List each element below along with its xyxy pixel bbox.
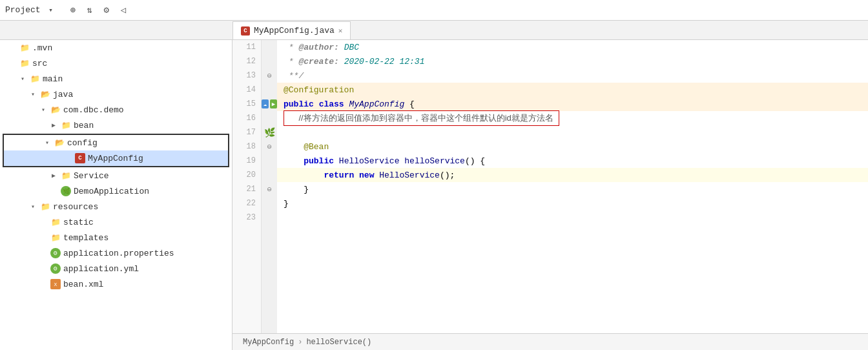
tab-label: MyAppConfig.java <box>254 26 335 36</box>
code-line-21: } <box>277 182 868 196</box>
code-line-14: @Configuration <box>277 83 868 97</box>
gutter-18[interactable]: ⊖ <box>262 139 277 154</box>
sidebar-item-main[interactable]: ▾ 📁 main <box>0 71 232 87</box>
sidebar: 📁 .mvn 📁 src ▾ 📁 main ▾ 📂 java ▾ 📂 com.d… <box>0 40 232 350</box>
item-label: bean.xml <box>63 280 103 289</box>
sidebar-item-mvn[interactable]: 📁 .mvn <box>0 40 232 56</box>
gutter-17: 🌿 <box>262 125 277 139</box>
sidebar-item-app-properties[interactable]: ⚙ application.properties <box>0 245 232 261</box>
item-label: config <box>67 138 98 148</box>
arrow-icon: ▾ <box>21 75 30 83</box>
arrow-icon: ▶ <box>52 172 61 180</box>
spring-file-icon: ⚙ <box>50 248 61 258</box>
gutter: ⊖ ☁ ▶ 🌿 ⊖ ⊖ <box>262 40 277 333</box>
code-line-19: public HelloService helloService() { <box>277 154 868 168</box>
title-bar: Project ▾ ⊕ ⇅ ⚙ ◁ <box>0 0 868 21</box>
sidebar-item-java[interactable]: ▾ 📂 java <box>0 87 232 102</box>
line-num-22: 22 <box>232 196 261 211</box>
breadcrumb-method: helloService() <box>306 338 371 347</box>
item-label: src <box>32 59 47 68</box>
spring-icon: 🌿 <box>61 186 71 196</box>
sidebar-item-static[interactable]: 📁 static <box>0 214 232 230</box>
arrow-icon: ▶ <box>52 121 61 129</box>
code-line-20: return new HelloService(); <box>277 168 868 182</box>
item-label: main <box>43 74 63 84</box>
folder-icon: 📁 <box>61 170 71 181</box>
sidebar-item-package[interactable]: ▾ 📂 com.dbc.demo <box>0 102 232 118</box>
code-line-11: * @author: DBC <box>277 40 868 54</box>
gutter-13[interactable]: ⊖ <box>262 68 277 83</box>
sidebar-item-app-yml[interactable]: ⚙ application.yml <box>0 261 232 276</box>
code-content[interactable]: * @author: DBC * @create: 2020-02-22 12:… <box>277 40 868 333</box>
dropdown-icon[interactable]: ▾ <box>45 4 57 17</box>
arrow-icon: ▾ <box>31 203 40 211</box>
line-num-23: 23 <box>232 211 261 225</box>
arrow-icon: ▾ <box>31 90 40 98</box>
gutter-20 <box>262 168 277 182</box>
code-line-18: @Bean <box>277 139 868 154</box>
editor-area: 11 12 13 14 15 16 17 18 19 20 21 22 23 ⊖ <box>232 40 868 350</box>
collapse-icon[interactable]: ◁ <box>117 4 130 17</box>
item-label: Service <box>74 171 109 181</box>
breadcrumb-separator: › <box>298 338 302 347</box>
tab-close-button[interactable]: ✕ <box>338 26 343 35</box>
sidebar-item-templates[interactable]: 📁 templates <box>0 230 232 245</box>
gutter-12 <box>262 54 277 68</box>
arrow-icon: ▾ <box>45 139 54 147</box>
item-label: static <box>63 218 94 227</box>
gutter-11 <box>262 40 277 54</box>
folder-icon: 📁 <box>61 120 71 130</box>
project-panel-header: Project ▾ ⊕ ⇅ ⚙ ◁ <box>5 4 238 17</box>
arrow-icon: ▾ <box>41 106 50 114</box>
spring-yml-icon: ⚙ <box>50 263 61 274</box>
add-icon[interactable]: ⊕ <box>67 4 79 17</box>
line-num-15: 15 <box>232 97 261 111</box>
folder-icon: 📂 <box>40 89 50 99</box>
folder-icon: 📁 <box>30 74 40 84</box>
sidebar-item-bean-xml[interactable]: X bean.xml <box>0 276 232 292</box>
line-num-18: 18 <box>232 139 261 154</box>
line-num-12: 12 <box>232 54 261 68</box>
folder-icon: 📁 <box>19 58 30 68</box>
line-num-21: 21 <box>232 182 261 196</box>
xml-icon: X <box>50 279 61 289</box>
tab-file-icon: C <box>241 26 250 36</box>
code-line-15: public class MyAppConfig { <box>277 97 868 111</box>
sync-icon[interactable]: ⇅ <box>83 4 96 17</box>
config-section: ▾ 📂 config C MyAppConfig <box>3 134 229 167</box>
item-label: java <box>53 90 73 99</box>
folder-icon: 📂 <box>50 105 61 115</box>
gutter-22 <box>262 196 277 211</box>
sidebar-item-resources[interactable]: ▾ 📁 resources <box>0 199 232 214</box>
toolbar-icons: ⊕ ⇅ ⚙ ◁ <box>67 4 130 17</box>
item-label: templates <box>63 233 108 243</box>
code-editor[interactable]: 11 12 13 14 15 16 17 18 19 20 21 22 23 ⊖ <box>232 40 868 333</box>
item-label: application.yml <box>63 264 139 274</box>
sidebar-item-demoapplication[interactable]: 🌿 DemoApplication <box>0 183 232 199</box>
sidebar-item-service[interactable]: ▶ 📁 Service <box>0 168 232 183</box>
line-num-11: 11 <box>232 40 261 54</box>
item-label: bean <box>74 121 94 130</box>
gutter-16 <box>262 111 277 125</box>
settings-icon[interactable]: ⚙ <box>100 4 113 17</box>
code-line-22: } <box>277 196 868 211</box>
project-label: Project <box>5 5 41 15</box>
folder-icon: 📂 <box>54 138 65 148</box>
folder-icon: 📁 <box>40 201 50 212</box>
tab-myappconfig[interactable]: C MyAppConfig.java ✕ <box>232 21 351 39</box>
sidebar-item-bean[interactable]: ▶ 📁 bean <box>0 118 232 133</box>
item-label: .mvn <box>32 43 52 53</box>
sidebar-item-src[interactable]: 📁 src <box>0 56 232 71</box>
gutter-21[interactable]: ⊖ <box>262 182 277 196</box>
tab-bar: C MyAppConfig.java ✕ <box>0 21 868 40</box>
item-label: resources <box>53 202 98 212</box>
sidebar-item-config[interactable]: ▾ 📂 config <box>4 135 228 150</box>
item-label: application.properties <box>63 249 174 258</box>
item-label: DemoApplication <box>74 187 149 196</box>
sidebar-item-myappconfig[interactable]: C MyAppConfig <box>4 150 228 166</box>
item-label: com.dbc.demo <box>63 105 124 115</box>
code-line-23 <box>277 211 868 225</box>
line-num-13: 13 <box>232 68 261 83</box>
gutter-19 <box>262 154 277 168</box>
java-file-icon: C <box>75 153 85 163</box>
